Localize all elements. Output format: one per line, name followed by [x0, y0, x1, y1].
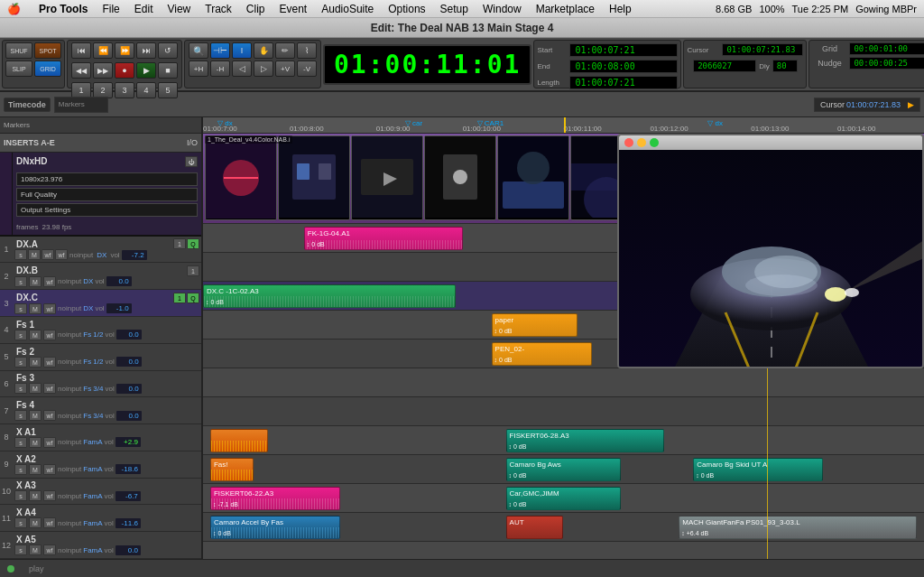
grab-tool[interactable]: ✋	[254, 42, 273, 59]
track-1-power[interactable]: 1	[173, 238, 186, 249]
zoom-out-v[interactable]: -V	[297, 60, 317, 77]
zoom-out-h[interactable]: -H	[210, 60, 230, 77]
t10-w[interactable]: wf	[43, 490, 56, 501]
t4-s[interactable]: s	[14, 330, 27, 340]
num4-btn[interactable]: 4	[136, 82, 156, 98]
zoom-in-v[interactable]: +V	[275, 60, 295, 77]
t12-m[interactable]: M	[29, 544, 42, 555]
menu-edit[interactable]: Edit	[134, 3, 153, 15]
t7-w[interactable]: wf	[43, 410, 56, 421]
menu-marketplace[interactable]: Marketplace	[536, 3, 595, 15]
menu-setup[interactable]: Setup	[440, 3, 468, 15]
t4-w[interactable]: wf	[43, 330, 56, 340]
menu-view[interactable]: View	[167, 3, 190, 15]
zoom-in-h[interactable]: +H	[189, 60, 208, 77]
track-1-s[interactable]: s	[14, 249, 27, 260]
t8-w[interactable]: wf	[43, 437, 56, 448]
t11-w[interactable]: wf	[43, 517, 56, 528]
t8-s[interactable]: s	[14, 437, 27, 448]
clip-xfx1[interactable]	[210, 429, 268, 452]
smart-tool[interactable]: ⌇	[297, 42, 317, 59]
clip-camaro-bgskid[interactable]: Camaro Bg Skid UT A ↕ 0 dB	[693, 458, 823, 481]
menu-file[interactable]: File	[102, 3, 119, 15]
menu-event[interactable]: Event	[280, 3, 308, 15]
play-btn[interactable]: ▶	[136, 62, 156, 79]
t9-w[interactable]: wf	[43, 464, 56, 475]
spot-btn[interactable]: SPOT	[34, 42, 61, 59]
t5-m[interactable]: M	[29, 357, 42, 368]
t9-m[interactable]: M	[29, 464, 42, 475]
t10-m[interactable]: M	[29, 490, 42, 501]
t9-s[interactable]: s	[14, 464, 27, 475]
track-2-m[interactable]: M	[29, 276, 42, 287]
t6-m[interactable]: M	[29, 383, 42, 394]
t12-s[interactable]: s	[14, 544, 27, 555]
menu-clip[interactable]: Clip	[246, 3, 265, 15]
t4-m[interactable]: M	[29, 330, 42, 340]
clip-cargmc[interactable]: Car,GMC,JIMM ↕ 0 dB	[506, 487, 622, 510]
stop-btn[interactable]: ■	[158, 62, 178, 79]
rewind-btn[interactable]: ⏪	[93, 42, 113, 59]
track-2-power[interactable]: 1	[187, 265, 199, 276]
menu-track[interactable]: Track	[205, 3, 232, 15]
track-1-io[interactable]: Q	[187, 238, 199, 249]
clip-dxc[interactable]: DX.C -1C-02.A3 ↕ 0 dB	[203, 284, 456, 308]
track-2-s[interactable]: s	[14, 276, 27, 287]
clip-fas[interactable]: Fas!	[210, 458, 254, 481]
back-btn[interactable]: ◀◀	[71, 62, 91, 79]
pencil-tool[interactable]: ✏	[275, 42, 295, 59]
scroll-right[interactable]: ▷	[254, 60, 273, 77]
clip-fiskert06-28[interactable]: FISKERT06-28.A3 ↕ 0 dB	[506, 429, 665, 452]
t5-w[interactable]: wf	[43, 357, 56, 368]
t11-m[interactable]: M	[29, 517, 42, 528]
record-btn[interactable]: ●	[115, 62, 134, 79]
select-tool[interactable]: I	[232, 42, 252, 59]
t7-m[interactable]: M	[29, 410, 42, 421]
scroll-left[interactable]: ◁	[232, 60, 252, 77]
clip-aut[interactable]: AUT	[506, 516, 564, 539]
apple-menu[interactable]: 🍎	[7, 3, 21, 15]
track-1-wf2[interactable]: wf	[55, 249, 68, 260]
ff-btn[interactable]: ⏩	[115, 42, 134, 59]
menu-window[interactable]: Window	[483, 3, 522, 15]
t6-s[interactable]: s	[14, 383, 27, 394]
preview-max-btn[interactable]	[650, 138, 659, 147]
t11-s[interactable]: s	[14, 517, 27, 528]
clip-fk1g04[interactable]: FK-1G-04.A1 ↕ 0 dB	[304, 227, 463, 250]
trim-tool[interactable]: ⊣⊢	[210, 42, 230, 59]
preview-min-btn[interactable]	[637, 138, 646, 147]
t8-m[interactable]: M	[29, 437, 42, 448]
track-3-power[interactable]: 1	[173, 293, 186, 303]
slip-btn[interactable]: SLIP	[5, 60, 32, 77]
clip-fiskert06-22[interactable]: FISKERT06-22.A3 ↕ -7.1 dB	[210, 487, 340, 510]
clip-paper[interactable]: paper ↕ 0 dB	[492, 313, 578, 337]
menu-protools[interactable]: Pro Tools	[39, 3, 88, 15]
ff-end-btn[interactable]: ⏭	[136, 42, 156, 59]
track-3-s[interactable]: s	[14, 303, 27, 314]
menu-audiosuite[interactable]: AudioSuite	[321, 3, 374, 15]
track-3-wf[interactable]: wf	[43, 303, 56, 314]
shuffle-btn[interactable]: SHUF	[5, 42, 32, 59]
zoom-tool[interactable]: 🔍	[189, 42, 208, 59]
track-3-m[interactable]: M	[29, 303, 42, 314]
grid-btn[interactable]: GRID	[34, 60, 61, 77]
track-1-wf[interactable]: wf	[42, 249, 54, 260]
video-power-btn[interactable]: ⏻	[185, 156, 198, 167]
track-1-m[interactable]: M	[28, 249, 41, 260]
t7-s[interactable]: s	[14, 410, 27, 421]
menu-help[interactable]: Help	[609, 3, 632, 15]
preview-close-btn[interactable]	[624, 138, 633, 147]
fwd-btn[interactable]: ▶▶	[93, 62, 113, 79]
t12-w[interactable]: wf	[43, 544, 56, 555]
rewind-start-btn[interactable]: ⏮	[71, 42, 91, 59]
track-3-q[interactable]: Q	[187, 293, 199, 303]
num3-btn[interactable]: 3	[115, 82, 134, 98]
t10-s[interactable]: s	[14, 490, 27, 501]
clip-camaro-accel[interactable]: Camaro Accel By Fas ↕ 0 dB	[210, 516, 340, 539]
loop-btn[interactable]: ↺	[158, 42, 178, 59]
num5-btn[interactable]: 5	[158, 82, 178, 98]
clip-mach-giant[interactable]: MACH GiantFanFa PS01_93_3-03.L ↕ +6.4 dB	[679, 516, 917, 539]
t5-s[interactable]: s	[14, 357, 27, 368]
t6-w[interactable]: wf	[43, 383, 56, 394]
clip-camaro-bgaws[interactable]: Camaro Bg Aws ↕ 0 dB	[506, 458, 622, 481]
